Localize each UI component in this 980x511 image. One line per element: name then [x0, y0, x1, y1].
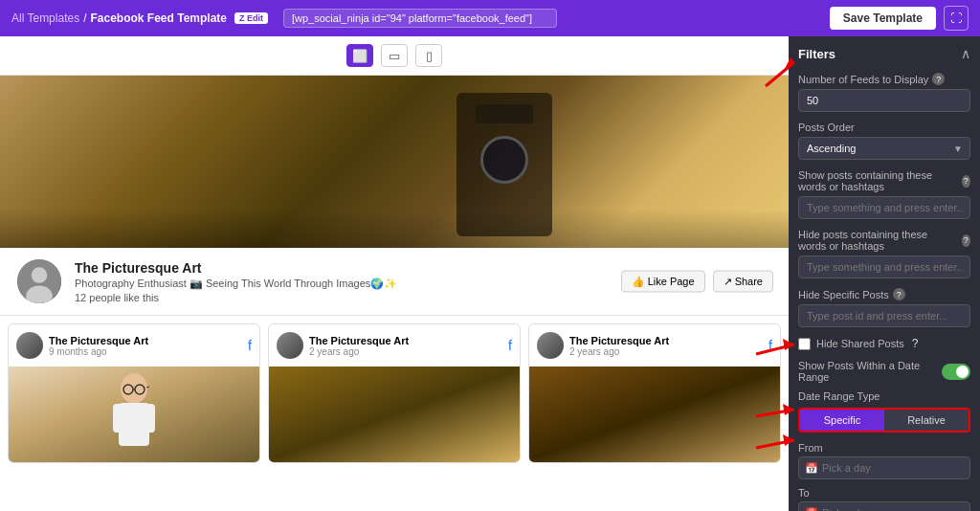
posts-order-select-wrap: Ascending Descending ▼ — [798, 137, 970, 160]
hide-specific-input[interactable] — [798, 304, 970, 327]
fb-post-image — [529, 367, 780, 462]
hide-posts-input[interactable] — [798, 256, 970, 278]
breadcrumb-all-templates[interactable]: All Templates — [11, 11, 79, 25]
fb-profile-section: The Picturesque Art Photography Enthusia… — [0, 248, 789, 316]
specific-button[interactable]: Specific — [800, 410, 884, 431]
to-calendar-icon: 📅 — [805, 507, 818, 512]
from-date-input[interactable] — [798, 456, 970, 479]
date-range-toggle-label: Show Posts Within a Date Range — [798, 360, 942, 383]
fb-page-avatar — [15, 257, 63, 305]
hide-shared-label: Hide Shared Posts — [816, 338, 904, 349]
svg-rect-5 — [113, 404, 124, 433]
fb-feed-preview: The Picturesque Art Photography Enthusia… — [0, 76, 789, 471]
to-date-group: To 📅 — [798, 487, 970, 511]
fb-icon: f — [508, 338, 512, 353]
hide-specific-label: Hide Specific Posts ? — [798, 288, 970, 300]
relative-button[interactable]: Relative — [884, 410, 969, 431]
fb-post-card: The Picturesque Art 2 years ago f — [268, 323, 521, 463]
fb-post-avatar — [537, 332, 564, 359]
date-range-type-label: Date Range Type — [798, 390, 970, 402]
breadcrumb-sep: / — [83, 11, 86, 25]
from-calendar-icon: 📅 — [805, 462, 818, 475]
to-date-wrap: 📅 — [798, 501, 970, 511]
fb-post-time: 9 months ago — [49, 346, 242, 357]
fb-share-button[interactable]: ↗ Share — [713, 271, 773, 293]
preview-area: ⬜ ▭ ▯ — [0, 36, 789, 511]
fb-post-avatar — [16, 332, 43, 359]
svg-rect-6 — [144, 404, 155, 433]
edit-badge[interactable]: Z Edit — [234, 12, 268, 24]
hide-shared-info-icon[interactable]: ? — [912, 337, 919, 350]
fb-post-time: 2 years ago — [309, 346, 502, 357]
filters-panel: Filters ∧ Number of Feeds to Display ? P… — [789, 36, 980, 511]
fb-post-card: The Picturesque Art 9 months ago f — [8, 323, 260, 463]
feeds-count-group: Number of Feeds to Display ? — [798, 73, 970, 112]
fb-post-author: The Picturesque Art — [309, 335, 502, 346]
hide-posts-info-icon[interactable]: ? — [962, 234, 970, 247]
fb-post-meta: The Picturesque Art 2 years ago — [309, 335, 502, 357]
fb-action-buttons: 👍 Like Page ↗ Share — [621, 271, 773, 293]
posts-order-group: Posts Order Ascending Descending ▼ — [798, 122, 970, 160]
hide-shared-row: Hide Shared Posts ? — [798, 337, 970, 350]
hide-posts-label: Hide posts containing these words or has… — [798, 229, 970, 252]
to-label: To — [798, 487, 970, 499]
fullscreen-button[interactable]: ⛶ — [944, 6, 969, 31]
fb-post-avatar — [277, 332, 303, 359]
svg-point-3 — [121, 373, 147, 404]
fb-posts-grid: The Picturesque Art 9 months ago f — [0, 316, 789, 471]
from-label: From — [798, 442, 970, 454]
date-range-type-buttons: Specific Relative — [798, 408, 970, 433]
hide-specific-group: Hide Specific Posts ? — [798, 288, 970, 327]
from-date-group: From 📅 — [798, 442, 970, 479]
date-range-toggle[interactable] — [942, 364, 970, 380]
shortcode-display: [wp_social_ninja id="94" platform="faceb… — [283, 9, 557, 28]
fb-post-author: The Picturesque Art — [569, 335, 763, 346]
feeds-count-label: Number of Feeds to Display ? — [798, 73, 970, 85]
fb-post-card: The Picturesque Art 2 years ago f — [528, 323, 781, 463]
breadcrumb: All Templates / Facebook Feed Template Z… — [11, 11, 268, 25]
mobile-button[interactable]: ▯ — [415, 44, 442, 67]
hide-shared-checkbox[interactable] — [798, 338, 811, 350]
fb-cover-photo — [0, 76, 789, 248]
fb-post-header: The Picturesque Art 9 months ago f — [9, 324, 259, 367]
hide-specific-info-icon[interactable]: ? — [893, 288, 905, 300]
svg-point-1 — [32, 267, 48, 283]
show-posts-label: Show posts containing these words or has… — [798, 169, 970, 192]
main-layout: ⬜ ▭ ▯ — [0, 36, 980, 511]
fb-post-header: The Picturesque Art 2 years ago f — [529, 324, 780, 367]
date-range-toggle-row: Show Posts Within a Date Range — [798, 360, 970, 383]
posts-order-select[interactable]: Ascending Descending — [798, 137, 970, 160]
from-date-wrap: 📅 — [798, 456, 970, 479]
panel-header: Filters ∧ — [798, 46, 970, 61]
fb-post-author: The Picturesque Art — [49, 335, 242, 346]
fb-icon: f — [768, 338, 772, 353]
show-posts-input[interactable] — [798, 196, 970, 219]
feeds-info-icon[interactable]: ? — [932, 73, 945, 85]
fb-likes-count: 12 people like this — [75, 292, 773, 303]
fb-post-image — [9, 367, 259, 462]
fb-post-meta: The Picturesque Art 9 months ago — [49, 335, 242, 357]
fb-post-image — [269, 367, 520, 462]
fb-post-meta: The Picturesque Art 2 years ago — [569, 335, 763, 357]
fb-post-time: 2 years ago — [569, 346, 763, 357]
desktop-button[interactable]: ⬜ — [346, 44, 373, 67]
template-name: Facebook Feed Template — [91, 11, 227, 25]
device-bar: ⬜ ▭ ▯ — [0, 36, 789, 76]
tablet-button[interactable]: ▭ — [381, 44, 408, 67]
panel-title: Filters — [798, 47, 835, 61]
top-bar: All Templates / Facebook Feed Template Z… — [0, 0, 980, 36]
fb-icon: f — [248, 338, 252, 353]
show-posts-group: Show posts containing these words or has… — [798, 169, 970, 219]
fb-like-page-button[interactable]: 👍 Like Page — [621, 271, 705, 293]
hide-posts-group: Hide posts containing these words or has… — [798, 229, 970, 278]
feeds-count-input[interactable] — [798, 89, 970, 112]
to-date-input[interactable] — [798, 501, 970, 511]
show-posts-info-icon[interactable]: ? — [962, 175, 970, 188]
fb-post-header: The Picturesque Art 2 years ago f — [269, 324, 520, 367]
panel-chevron-icon[interactable]: ∧ — [961, 46, 970, 61]
save-template-button[interactable]: Save Template — [830, 7, 936, 30]
posts-order-label: Posts Order — [798, 122, 970, 133]
